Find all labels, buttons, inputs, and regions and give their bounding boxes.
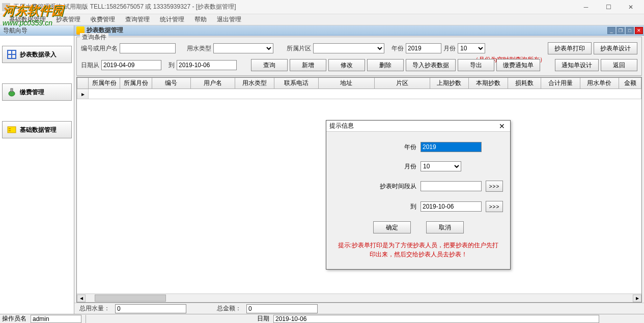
dialog-month-select[interactable]: 10: [421, 161, 461, 171]
month-select[interactable]: 10: [458, 43, 485, 53]
col-month[interactable]: 所属月份: [120, 78, 152, 89]
col-phone[interactable]: 联系电话: [274, 78, 318, 89]
menu-fee[interactable]: 收费管理: [86, 14, 120, 25]
doc-maximize-button[interactable]: □: [626, 27, 634, 34]
back-button[interactable]: 返回: [601, 59, 637, 71]
doc-minimize-button[interactable]: _: [607, 27, 615, 34]
doc-title: 抄表数据管理: [87, 26, 607, 35]
print-button[interactable]: 抄表单打印: [548, 42, 592, 54]
doc-close-button[interactable]: ✕: [635, 27, 643, 34]
dialog-rangefrom-picker-button[interactable]: >>>: [486, 181, 503, 192]
dialog-rangefrom-input[interactable]: [421, 181, 482, 191]
month-label: 月份: [443, 44, 456, 53]
payment-icon: [7, 87, 17, 97]
import-button[interactable]: 导入抄表数据: [406, 59, 456, 71]
menu-help[interactable]: 帮助: [189, 14, 212, 25]
close-button[interactable]: ✕: [620, 1, 642, 13]
prompt-dialog: 提示信息 ✕ 年份 月份 10 抄表时间段从 >>> 到 >>> 确定 取消 提…: [326, 120, 511, 270]
query-button[interactable]: 查询: [251, 59, 288, 71]
doc-header: 抄表数据管理 _ ❐ □ ✕: [74, 25, 644, 36]
sidebar-item-basedata[interactable]: 基础数据管理: [2, 121, 72, 138]
col-price[interactable]: 用水单价: [580, 78, 619, 89]
export-button[interactable]: 导出: [458, 59, 494, 71]
area-label: 所属片区: [287, 44, 311, 53]
dialog-year-input[interactable]: [421, 142, 482, 152]
id-input[interactable]: [120, 43, 176, 53]
dialog-rangeto-input[interactable]: [421, 201, 482, 212]
date-value: [273, 315, 599, 323]
sidebar-item-label: 基础数据管理: [20, 126, 57, 134]
col-watertype[interactable]: 用水类型: [235, 78, 274, 89]
dialog-ok-button[interactable]: 确定: [373, 221, 411, 233]
area-select[interactable]: [313, 43, 384, 53]
col-username[interactable]: 用户名: [191, 78, 235, 89]
window-title: 工厂水费管理系统 试用期版 TELL:15825675057 或 1333593…: [13, 3, 575, 11]
year-label: 年份: [391, 44, 404, 53]
sidebar-item-meter-input[interactable]: 抄表数据录入: [2, 46, 72, 63]
col-total[interactable]: 合计用量: [541, 78, 580, 89]
col-id[interactable]: 编号: [152, 78, 190, 89]
menubar: 基础数据管理 抄表管理 收费管理 查询管理 统计管理 帮助 退出管理: [0, 14, 644, 25]
watertype-select[interactable]: [213, 43, 273, 53]
operator-value: [31, 315, 81, 323]
notice-design-button[interactable]: 通知单设计: [555, 59, 599, 71]
dialog-titlebar[interactable]: 提示信息 ✕: [326, 121, 510, 132]
doc-restore-button[interactable]: ❐: [617, 27, 625, 34]
table-row[interactable]: ▸: [77, 89, 641, 99]
total-water-value: [115, 304, 186, 313]
dialog-cancel-button[interactable]: 取消: [426, 221, 464, 233]
scroll-right-icon[interactable]: ▶: [633, 295, 641, 302]
total-amount-label: 总金额：: [217, 304, 241, 313]
sidebar-item-payment[interactable]: 缴费管理: [2, 83, 72, 101]
dialog-rangeto-picker-button[interactable]: >>>: [486, 201, 503, 212]
col-loss[interactable]: 损耗数: [508, 78, 541, 89]
query-legend: 查询条件: [80, 33, 108, 42]
menu-exit[interactable]: 退出管理: [212, 14, 246, 25]
doc-footer: 总用水量： 总金额：: [74, 303, 644, 314]
maximize-button[interactable]: ☐: [597, 1, 620, 13]
scroll-thumb[interactable]: [95, 295, 166, 302]
id-label: 编号或用户名: [81, 44, 118, 53]
col-amount[interactable]: 金额: [619, 78, 641, 89]
sidebar: 导航向导 抄表数据录入 缴费管理 基础数据管理: [0, 25, 74, 314]
dateto-input[interactable]: [177, 60, 237, 70]
menu-basedata[interactable]: 基础数据管理: [4, 14, 51, 25]
dialog-year-label: 年份: [404, 143, 416, 152]
svg-rect-3: [8, 127, 16, 133]
col-area[interactable]: 片区: [374, 78, 430, 89]
year-input[interactable]: [406, 43, 441, 53]
operator-label: 操作员名: [2, 314, 26, 323]
sidebar-item-label: 抄表数据录入: [20, 50, 57, 59]
scroll-left-icon[interactable]: ◀: [77, 295, 86, 302]
row-selector-header: [77, 78, 89, 89]
statusbar: 操作员名 日期: [0, 314, 644, 323]
modify-button[interactable]: 修改: [328, 59, 365, 71]
watertype-label: 用水类型: [187, 44, 211, 53]
bill-button[interactable]: 缴费通知单: [496, 59, 540, 71]
basedata-icon: [7, 125, 17, 135]
col-year[interactable]: 所属年份: [89, 78, 120, 89]
datefrom-input[interactable]: [101, 60, 161, 70]
col-curr[interactable]: 本期抄数: [469, 78, 508, 89]
minimize-button[interactable]: ─: [575, 1, 597, 13]
delete-button[interactable]: 删除: [367, 59, 404, 71]
dateto-label: 到: [169, 61, 175, 70]
sidebar-item-label: 缴费管理: [20, 88, 44, 97]
menu-meter[interactable]: 抄表管理: [51, 14, 86, 25]
query-fieldset: 查询条件 编号或用户名 用水类型 所属片区 年份 月份 10 抄表单打印 抄表单…: [76, 37, 642, 76]
dialog-rangefrom-label: 抄表时间段从: [380, 182, 416, 191]
add-button[interactable]: 新增: [290, 59, 326, 71]
sidebar-header: 导航向导: [0, 25, 74, 36]
data-table[interactable]: 所属年份 所属月份 编号 用户名 用水类型 联系电话 地址 片区 上期抄数 本期…: [77, 77, 641, 99]
row-selector[interactable]: ▸: [77, 89, 89, 99]
horizontal-scrollbar[interactable]: ◀ ▶: [77, 293, 641, 302]
dialog-close-button[interactable]: ✕: [497, 122, 507, 131]
col-prev[interactable]: 上期抄数: [430, 78, 468, 89]
svg-rect-4: [9, 128, 11, 129]
window-titlebar: 工厂水费管理系统 试用期版 TELL:15825675057 或 1333593…: [0, 0, 644, 14]
col-address[interactable]: 地址: [319, 78, 374, 89]
status-separator: [86, 315, 86, 323]
design-button[interactable]: 抄表单设计: [594, 42, 637, 54]
menu-stats[interactable]: 统计管理: [155, 14, 189, 25]
menu-query[interactable]: 查询管理: [120, 14, 155, 25]
